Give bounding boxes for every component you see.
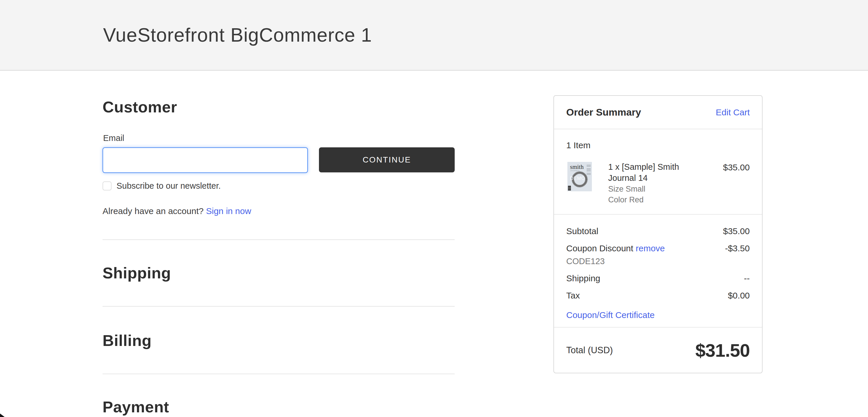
edit-cart-link[interactable]: Edit Cart [716, 107, 750, 117]
shipping-section-heading: Shipping [102, 264, 171, 282]
cart-item-row: smith JOURNAL DEMO 1 x [Sample] Sm [566, 161, 750, 205]
site-header: VueStorefront BigCommerce 1 [0, 0, 868, 71]
coupon-discount-row: Coupon Discount remove -$3.50 [566, 244, 750, 253]
tax-value: $0.00 [728, 291, 750, 300]
cursor-artifact [0, 414, 5, 417]
signin-prompt: Already have an account? [102, 206, 206, 216]
newsletter-label: Subscribe to our newsletter. [117, 181, 221, 191]
coupon-code: CODE123 [566, 257, 750, 266]
order-totals-section: Subtotal $35.00 Coupon Discount remove -… [554, 215, 762, 328]
section-divider [102, 374, 455, 374]
shipping-row: Shipping -- [566, 274, 750, 283]
item-count: 1 Item [566, 140, 750, 150]
item-details: 1 x [Sample] Smith Journal 14 Size Small… [608, 161, 699, 205]
coupon-discount-cell: Coupon Discount remove [566, 244, 665, 253]
page-title: VueStorefront BigCommerce 1 [103, 24, 372, 46]
subtotal-row: Subtotal $35.00 [566, 226, 750, 236]
item-name: 1 x [Sample] Smith Journal 14 [608, 161, 699, 184]
continue-button[interactable]: CONTINUE [319, 147, 455, 172]
section-divider [102, 239, 455, 240]
tax-label: Tax [566, 291, 580, 300]
grand-total-row: Total (USD) $31.50 [554, 328, 762, 373]
thumbnail-submast-text: JOURNAL [570, 170, 580, 171]
tax-row: Tax $0.00 [566, 291, 750, 300]
section-divider [102, 306, 455, 307]
coupon-discount-label: Coupon Discount [566, 244, 633, 253]
order-summary-card: Order Summary Edit Cart 1 Item smith JOU… [553, 95, 763, 373]
order-summary-title: Order Summary [566, 106, 641, 118]
order-items-section: 1 Item smith JOURNAL DEMO [554, 129, 762, 215]
billing-section-heading: Billing [102, 331, 152, 349]
subtotal-value: $35.00 [723, 226, 750, 236]
coupon-remove-link[interactable]: remove [636, 244, 665, 253]
signin-link[interactable]: Sign in now [206, 206, 251, 216]
item-price: $35.00 [723, 161, 750, 172]
email-label: Email [103, 133, 124, 143]
item-size: Size Small [608, 184, 699, 194]
thumbnail-demo-watermark: DEMO [570, 176, 585, 181]
total-value: $31.50 [695, 340, 750, 361]
payment-section-heading: Payment [102, 398, 169, 416]
email-field[interactable] [102, 147, 308, 173]
item-color: Color Red [608, 195, 699, 205]
subtotal-label: Subtotal [566, 226, 598, 236]
shipping-label: Shipping [566, 274, 600, 283]
order-summary-header: Order Summary Edit Cart [554, 96, 762, 129]
product-thumbnail: smith JOURNAL DEMO [566, 161, 593, 193]
shipping-value: -- [744, 274, 750, 283]
customer-section-heading: Customer [102, 98, 177, 116]
thumbnail-masthead-text: smith [570, 163, 584, 170]
signin-row: Already have an account? Sign in now [102, 206, 251, 216]
coupon-gift-certificate-link[interactable]: Coupon/Gift Certificate [566, 310, 654, 320]
total-label: Total (USD) [566, 345, 613, 356]
newsletter-checkbox[interactable] [102, 182, 112, 190]
newsletter-row: Subscribe to our newsletter. [102, 181, 221, 191]
coupon-discount-value: -$3.50 [725, 244, 750, 253]
